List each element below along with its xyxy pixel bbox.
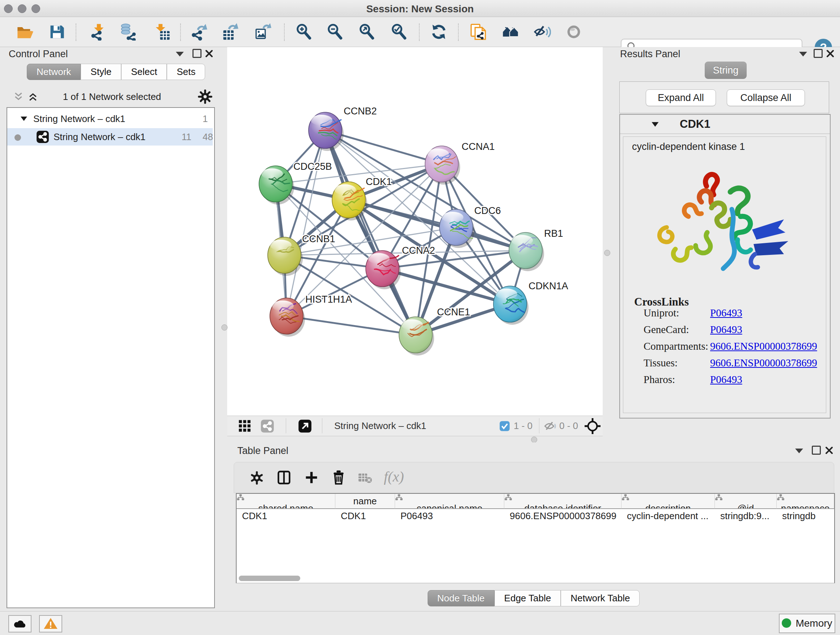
table-cell[interactable]: 9606.ENSP00000378699	[504, 509, 621, 523]
column-header-name[interactable]: name	[335, 494, 395, 509]
crosslink-link[interactable]: P06493	[710, 324, 742, 336]
node-CCNE1[interactable]	[399, 317, 434, 356]
node-RB1[interactable]	[509, 233, 544, 271]
tab-select[interactable]: Select	[121, 64, 167, 80]
expand-all-button[interactable]: Expand All	[646, 89, 716, 106]
import-network-from-database-icon[interactable]	[120, 23, 137, 41]
refresh-icon[interactable]	[430, 23, 447, 41]
export-table-icon[interactable]	[222, 23, 239, 41]
table-cell[interactable]: CDK1	[335, 509, 395, 523]
results-scroll-area: CDK1 cyclin-dependent kinase 1 CrossLi	[619, 114, 831, 418]
show-columns-icon[interactable]	[276, 470, 292, 486]
crosslink-link[interactable]: P06493	[710, 374, 742, 386]
node-CCNB2[interactable]	[309, 112, 344, 151]
zoom-in-icon[interactable]	[295, 23, 313, 41]
warning-status-button[interactable]	[39, 615, 62, 632]
network-canvas[interactable]: CCNB2CCNA1CDC25BCDK1CDC6RB1CCNB1CCNA2CDK…	[227, 47, 603, 416]
right-splitter-handle[interactable]	[604, 250, 610, 256]
edge-count: 48	[202, 128, 213, 146]
tab-string[interactable]: String	[705, 62, 747, 79]
function-builder-icon[interactable]: f(x)	[384, 468, 404, 485]
toolbar-separator	[76, 24, 76, 41]
string-network-graph[interactable]: CCNB2CCNA1CDC25BCDK1CDC6RB1CCNB1CCNA2CDK…	[227, 47, 603, 416]
crosslink-link[interactable]: P06493	[710, 307, 742, 319]
float-panel-icon[interactable]	[813, 49, 823, 58]
node-CDK1[interactable]	[332, 182, 367, 220]
zoom-fit-icon[interactable]	[358, 23, 376, 41]
memory-button[interactable]: Memory	[779, 614, 835, 633]
gear-icon[interactable]	[197, 89, 213, 104]
table-cell[interactable]: stringdb:9...	[715, 509, 776, 523]
column-header-shared-name[interactable]: shared name	[237, 494, 335, 509]
table-cell[interactable]: P06493	[395, 509, 504, 523]
close-panel-icon[interactable]	[826, 49, 835, 58]
network-collection-row[interactable]: String Network – cdk1 1	[7, 110, 213, 127]
delete-column-trash-icon[interactable]	[330, 469, 347, 486]
string-home-icon[interactable]	[502, 23, 519, 41]
fit-selection-crosshair-icon[interactable]	[584, 418, 600, 434]
create-column-plus-icon[interactable]	[303, 470, 319, 486]
zoom-out-icon[interactable]	[326, 23, 344, 41]
tab-style[interactable]: Style	[81, 64, 121, 80]
collapse-panel-icon[interactable]	[176, 52, 184, 57]
tab-node-table[interactable]: Node Table	[428, 590, 494, 606]
node-label-HIST1H1A: HIST1H1A	[305, 294, 352, 305]
tab-network[interactable]: Network	[27, 64, 81, 80]
gene-name: CDK1	[680, 118, 710, 131]
table-cell[interactable]: stringdb	[777, 509, 834, 523]
left-splitter-handle[interactable]	[221, 325, 227, 331]
birds-eye-view-icon[interactable]	[238, 419, 252, 433]
close-panel-icon[interactable]	[825, 446, 834, 455]
node-CDC25B[interactable]	[259, 166, 294, 204]
bottom-splitter-handle[interactable]	[531, 437, 537, 443]
crosslink-link[interactable]: 9606.ENSP00000378699	[710, 340, 817, 352]
selected-count-checkbox[interactable]	[499, 421, 510, 432]
export-network-icon[interactable]	[191, 23, 208, 41]
node-label-CCNE1: CCNE1	[437, 307, 470, 318]
export-image-icon[interactable]	[254, 23, 271, 41]
collapse-panel-icon[interactable]	[799, 52, 807, 57]
column-header-description[interactable]: description	[622, 494, 715, 509]
cloud-status-button[interactable]	[8, 615, 32, 632]
float-panel-icon[interactable]	[193, 49, 202, 58]
collapse-all-button[interactable]: Collapse All	[727, 89, 805, 106]
hide-labels-icon[interactable]	[534, 23, 551, 41]
collapse-panel-icon[interactable]	[795, 448, 803, 453]
table-cell[interactable]: cyclin-dependent ...	[622, 509, 714, 523]
node-CCNA1[interactable]	[425, 146, 460, 185]
string-view-icon[interactable]	[261, 419, 274, 433]
tab-network-table[interactable]: Network Table	[561, 590, 639, 606]
close-panel-icon[interactable]	[205, 49, 213, 58]
column-header-namespace[interactable]: namespace	[777, 494, 834, 509]
section-expanded-icon[interactable]	[651, 121, 659, 127]
tab-edge-table[interactable]: Edge Table	[494, 590, 561, 606]
tree-expanded-icon[interactable]	[20, 116, 27, 122]
hidden-count-eye-icon[interactable]	[544, 420, 556, 432]
crosslink-link[interactable]: 9606.ENSP00000378699	[710, 357, 817, 369]
node-label-RB1: RB1	[544, 228, 563, 239]
main-toolbar: ?	[0, 17, 840, 47]
clone-network-icon[interactable]	[470, 23, 487, 41]
node-CDKN1A[interactable]	[493, 286, 529, 325]
column-label: database identifier	[524, 503, 601, 509]
table-settings-gear-icon[interactable]	[249, 470, 264, 486]
edge-HIST1H1A-CCNE1[interactable]	[286, 316, 416, 335]
column-header-database-identifier[interactable]: database identifier	[504, 494, 622, 509]
node-CCNA2[interactable]	[366, 250, 401, 289]
float-panel-icon[interactable]	[812, 446, 821, 455]
tab-sets[interactable]: Sets	[167, 64, 205, 80]
zoom-selected-icon[interactable]	[390, 23, 408, 41]
import-network-icon[interactable]	[89, 23, 107, 41]
gene-section-header[interactable]: CDK1	[620, 115, 830, 134]
network-row[interactable]: String Network – cdk1 11 48	[7, 128, 213, 146]
delete-table-icon[interactable]	[358, 472, 372, 484]
table-horizontal-scrollbar[interactable]	[239, 576, 300, 581]
open-session-icon[interactable]	[16, 23, 33, 41]
show-view-icon[interactable]	[565, 23, 583, 41]
table-cell[interactable]: CDK1	[237, 509, 335, 523]
open-in-new-window-icon[interactable]	[298, 419, 312, 433]
import-table-icon[interactable]	[153, 23, 171, 41]
column-header-canonical-name[interactable]: canonical name	[395, 494, 504, 509]
save-session-icon[interactable]	[48, 23, 65, 41]
column-header--id[interactable]: @id	[715, 494, 777, 509]
